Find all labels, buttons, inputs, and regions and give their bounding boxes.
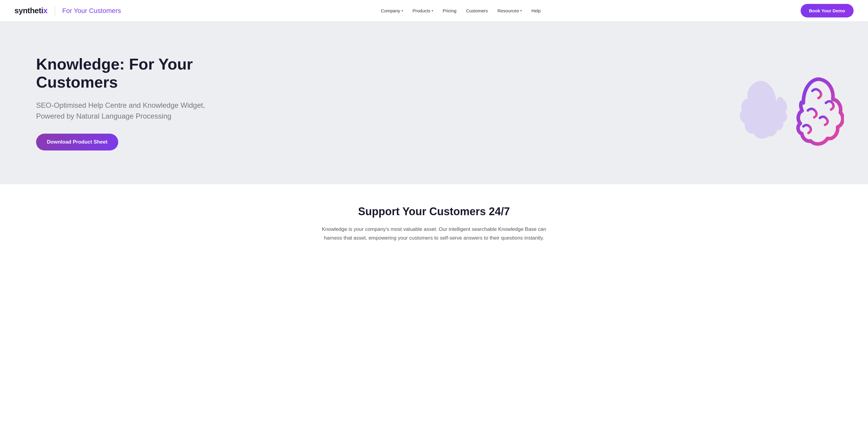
hero-content: Knowledge: For Your Customers SEO-Optimi…	[36, 55, 211, 150]
logo-area: synthetix For Your Customers	[14, 6, 121, 16]
nav-links: Company ▾ Products ▾ Pricing Customers R…	[377, 6, 545, 16]
hero-subtitle: SEO-Optimised Help Centre and Knowledge …	[36, 100, 211, 122]
logo-divider	[55, 6, 55, 16]
chevron-down-icon: ▾	[402, 9, 403, 12]
support-section-body: Knowledge is your company's most valuabl…	[317, 225, 551, 242]
nav-resources[interactable]: Resources ▾	[493, 6, 526, 16]
chevron-down-icon: ▾	[432, 9, 433, 12]
download-product-sheet-button[interactable]: Download Product Sheet	[36, 134, 118, 150]
support-section-title: Support Your Customers 24/7	[14, 205, 854, 218]
nav-company[interactable]: Company ▾	[377, 6, 407, 16]
hero-brain-image	[730, 46, 844, 160]
logo[interactable]: synthetix	[14, 6, 48, 16]
chevron-down-icon: ▾	[520, 9, 522, 12]
logo-tagline: For Your Customers	[62, 7, 121, 15]
main-nav: synthetix For Your Customers Company ▾ P…	[0, 0, 868, 22]
book-demo-button[interactable]: Book Your Demo	[801, 4, 854, 18]
nav-products[interactable]: Products ▾	[408, 6, 437, 16]
hero-section: Knowledge: For Your Customers SEO-Optimi…	[0, 22, 868, 184]
nav-pricing[interactable]: Pricing	[438, 6, 461, 16]
support-section: Support Your Customers 24/7 Knowledge is…	[0, 184, 868, 258]
hero-title: Knowledge: For Your Customers	[36, 55, 211, 91]
brain-svg	[730, 49, 844, 157]
nav-help[interactable]: Help	[527, 6, 545, 16]
nav-customers[interactable]: Customers	[462, 6, 492, 16]
